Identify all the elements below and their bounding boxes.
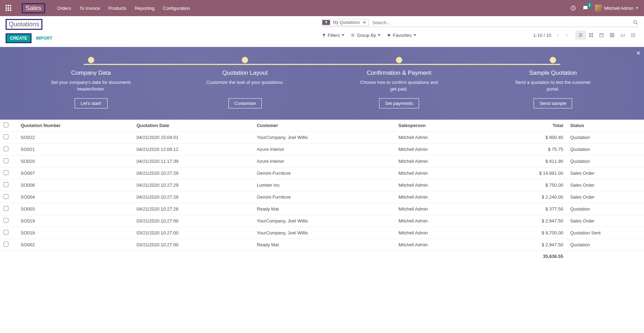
favorites-dropdown[interactable]: Favorites [387,33,416,38]
table-row[interactable]: SO021 04/21/2020 12:09:12 Azure Interior… [0,144,644,155]
row-checkbox[interactable] [4,170,8,175]
avatar [595,5,602,12]
cell-customer: Gemini Furniture [253,191,395,203]
pager-next[interactable]: › [564,32,569,38]
nav-menu-to-invoice[interactable]: To Invoice [80,6,100,11]
footer-total: 35,636.55 [511,251,567,262]
quotations-table: Quotation Number Quotation Date Customer… [0,120,644,262]
activities-icon[interactable] [570,5,576,11]
nav-menu-reporting[interactable]: Reporting [135,6,155,11]
step-desc: Customize the look of your quotations. [206,79,284,93]
nav-menu-products[interactable]: Products [108,6,126,11]
th-status[interactable]: Status [567,120,644,132]
pager: 1-10 / 10 ‹ › [533,32,569,38]
search-input[interactable] [370,19,633,26]
onboarding-step: Sample Quotation Send a quotation to tes… [476,57,630,108]
row-checkbox[interactable] [4,146,8,151]
cell-salesperson: Mitchell Admin [395,132,511,144]
messaging-icon[interactable]: 1 [582,5,589,11]
cell-total: $ 2,947.50 [511,215,567,227]
view-pivot-icon[interactable] [607,31,617,40]
nav-menu-orders[interactable]: Orders [57,6,71,11]
row-checkbox[interactable] [4,230,8,235]
row-checkbox[interactable] [4,194,8,199]
view-list-icon[interactable] [575,31,586,40]
create-button[interactable]: CREATE [6,33,32,43]
table-row[interactable]: SO007 04/21/2020 10:27:29 Gemini Furnitu… [0,167,644,179]
step-title: Sample Quotation [529,69,577,76]
onboarding-step: Quotation Layout Customize the look of y… [168,57,322,108]
table-row[interactable]: SO019 03/21/2020 10:27:00 YourCompany, J… [0,215,644,227]
svg-rect-11 [631,35,632,35]
cell-salesperson: Mitchell Admin [395,239,511,251]
app-title: Sales [22,3,45,13]
table-row[interactable]: SO003 04/21/2020 10:27:28 Ready Mat Mitc… [0,203,644,215]
step-button[interactable]: Customize [228,98,262,108]
view-switcher [575,31,638,40]
close-icon[interactable]: × [636,49,640,57]
step-dot [88,57,94,63]
svg-rect-2 [589,33,591,35]
th-salesperson[interactable]: Salesperson [395,120,511,132]
view-kanban-icon[interactable] [586,31,596,40]
view-graph-icon[interactable] [617,31,628,40]
apps-launcher-icon[interactable] [6,5,12,11]
row-checkbox[interactable] [4,218,8,223]
step-button[interactable]: Let's start! [75,98,108,108]
filter-chip-remove[interactable]: ✕ [363,20,368,25]
user-menu[interactable]: Mitchell Admin [595,5,638,12]
row-checkbox[interactable] [4,206,8,211]
row-checkbox[interactable] [4,242,8,247]
cell-salesperson: Mitchell Admin [395,215,511,227]
pager-prev[interactable]: ‹ [555,32,560,38]
table-row[interactable]: SO006 04/21/2020 10:27:29 Lumber Inc Mit… [0,179,644,191]
row-checkbox[interactable] [4,182,8,187]
row-checkbox[interactable] [4,134,8,139]
cell-quotation-date: 03/21/2020 10:27:00 [133,227,253,239]
cell-total: $ 2,240.00 [511,191,567,203]
control-panel: Quotations CREATE IMPORT My Quotations ✕ [0,16,644,47]
chevron-down-icon [413,34,416,36]
cell-quotation-number: SO004 [17,191,133,203]
cell-quotation-number: SO020 [17,155,133,167]
svg-point-1 [634,21,637,24]
step-button[interactable]: Send sample [534,98,572,108]
th-quotation-number[interactable]: Quotation Number [17,120,133,132]
row-checkbox[interactable] [4,158,8,163]
cell-status: Sales Order [567,167,644,179]
view-activity-icon[interactable] [628,31,638,40]
table-row[interactable]: SO022 04/21/2020 15:04:01 YourCompany, J… [0,132,644,144]
import-button[interactable]: IMPORT [36,36,52,41]
step-title: Quotation Layout [222,69,268,76]
cell-quotation-date: 04/21/2020 12:09:12 [133,144,253,155]
table-row[interactable]: SO020 04/21/2020 11:17:39 Azure Interior… [0,155,644,167]
view-calendar-icon[interactable] [596,31,607,40]
cell-quotation-date: 03/21/2020 10:27:00 [133,215,253,227]
cell-salesperson: Mitchell Admin [395,179,511,191]
nav-menu-configuration[interactable]: Configuration [163,6,190,11]
step-dot [396,57,402,63]
th-total[interactable]: Total [511,120,567,132]
cell-customer: Ready Mat [253,203,395,215]
svg-rect-16 [634,36,635,37]
th-quotation-date[interactable]: Quotation Date [133,120,253,132]
cell-status: Quotation Sent [567,227,644,239]
svg-rect-5 [591,35,593,37]
cell-quotation-date: 04/21/2020 15:04:01 [133,132,253,144]
search-icon[interactable] [633,20,638,25]
search-bar: My Quotations ✕ [322,19,638,27]
step-button[interactable]: Set payments [379,98,419,108]
filters-label: Filters [328,33,340,38]
filters-dropdown[interactable]: Filters [322,33,344,38]
table-row[interactable]: SO004 04/21/2020 10:27:28 Gemini Furnitu… [0,191,644,203]
select-all-checkbox[interactable] [4,122,8,127]
funnel-icon [322,20,330,25]
svg-rect-4 [589,35,591,37]
groupby-dropdown[interactable]: Group By [351,33,381,38]
cell-status: Sales Order [567,215,644,227]
table-row[interactable]: SO002 03/21/2020 10:27:00 Ready Mat Mitc… [0,239,644,251]
table-row[interactable]: SO018 03/21/2020 10:27:00 YourCompany, J… [0,227,644,239]
cell-status: Quotation [567,144,644,155]
th-customer[interactable]: Customer [253,120,395,132]
cell-quotation-number: SO019 [17,215,133,227]
